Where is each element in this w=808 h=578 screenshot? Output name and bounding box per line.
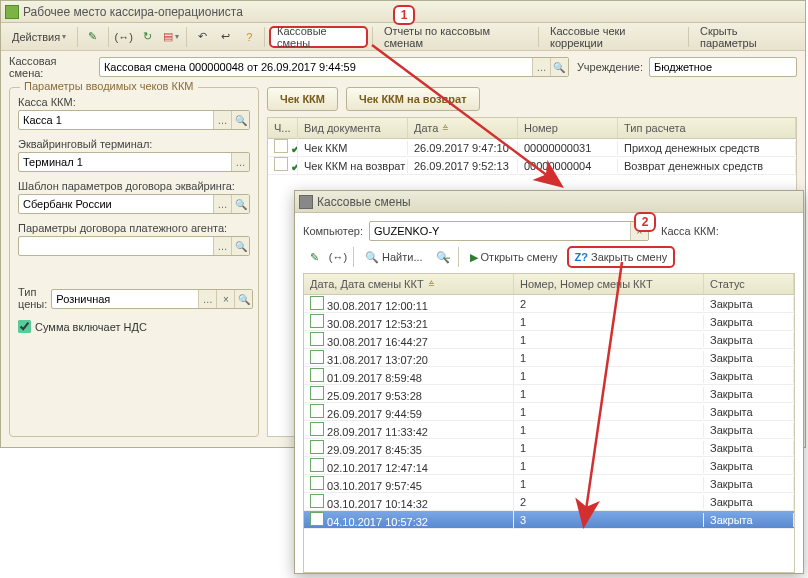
undo-icon[interactable]: ↶ (191, 26, 213, 48)
popup-title: Кассовые смены (317, 195, 411, 209)
reports-button[interactable]: Отчеты по кассовым сменам (377, 26, 534, 48)
table-row[interactable]: 26.09.2017 9:44:591Закрыта (304, 403, 794, 421)
help-icon[interactable]: ? (238, 26, 260, 48)
search-icon[interactable]: 🔍 (231, 195, 249, 213)
actions-menu[interactable]: Действия▾ (5, 26, 73, 48)
search-icon[interactable]: 🔍 (234, 290, 252, 308)
clear-filter-icon[interactable]: 🔍̶ (432, 246, 454, 268)
close-shift-button[interactable]: Z?Закрыть смену (567, 246, 676, 268)
refresh-icon[interactable]: ↻ (137, 26, 159, 48)
table-row[interactable]: 04.10.2017 10:57:323Закрыта (304, 511, 794, 529)
search-icon[interactable]: 🔍 (550, 58, 568, 76)
table-row[interactable]: ✔Чек ККМ на возврат26.09.2017 9:52:13000… (268, 157, 796, 175)
col-doc[interactable]: Вид документа (298, 118, 408, 138)
search-icon[interactable]: 🔍 (231, 237, 249, 255)
acq-terminal-label: Эквайринговый терминал: (18, 138, 250, 150)
table-row[interactable]: 02.10.2017 12:47:141Закрыта (304, 457, 794, 475)
col-shift-date[interactable]: Дата, Дата смены ККТ≙ (304, 274, 514, 294)
find-button[interactable]: 🔍Найти... (358, 246, 430, 268)
institution-label: Учреждение: (577, 61, 643, 73)
open-shift-button[interactable]: ▶Открыть смену (463, 246, 565, 268)
table-row[interactable]: 28.09.2017 11:33:421Закрыта (304, 421, 794, 439)
table-row[interactable]: 29.09.2017 8:45:351Закрыта (304, 439, 794, 457)
search-icon[interactable]: 🔍 (231, 111, 249, 129)
table-row[interactable]: 31.08.2017 13:07:201Закрыта (304, 349, 794, 367)
col-shift-num[interactable]: Номер, Номер смены ККТ (514, 274, 704, 294)
computer-label: Компьютер: (303, 225, 363, 237)
popup-titlebar: Кассовые смены (295, 191, 803, 213)
cash-shift-label: Кассовая смена: (9, 55, 93, 79)
list-icon[interactable]: ▤▾ (160, 26, 182, 48)
kassa-kkm-input[interactable] (19, 111, 213, 129)
institution-input-group (649, 57, 797, 77)
cash-shift-row: Кассовая смена: … 🔍 Учреждение: (1, 51, 805, 83)
table-row[interactable]: ✔Чек ККМ26.09.2017 9:47:1000000000031При… (268, 139, 796, 157)
table-row[interactable]: 30.08.2017 12:53:211Закрыта (304, 313, 794, 331)
acq-terminal-input[interactable] (19, 153, 231, 171)
table-row[interactable]: 03.10.2017 10:14:322Закрыта (304, 493, 794, 511)
table-row[interactable]: 01.09.2017 8:59:481Закрыта (304, 367, 794, 385)
acq-template-label: Шаблон параметров договора эквайринга: (18, 180, 250, 192)
popup-kassa-kkm-label: Касса ККМ: (661, 225, 719, 237)
computer-input[interactable] (370, 222, 630, 240)
callout-1: 1 (393, 5, 415, 25)
chek-kkm-button[interactable]: Чек ККМ (267, 87, 338, 111)
col-date[interactable]: Дата≙ (408, 118, 518, 138)
table-row[interactable]: 25.09.2017 9:53:281Закрыта (304, 385, 794, 403)
main-toolbar: Действия▾ ✎ (↔) ↻ ▤▾ ↶ ↩ ? Кассовые смен… (1, 23, 805, 51)
select-lookup-icon[interactable]: … (532, 58, 550, 76)
shifts-table: Дата, Дата смены ККТ≙ Номер, Номер смены… (303, 273, 795, 573)
cash-shift-input[interactable] (100, 58, 532, 76)
main-window-title: Рабочее место кассира-операциониста (23, 5, 243, 19)
institution-input[interactable] (650, 58, 796, 76)
price-type-label: Тип цены: (18, 286, 47, 310)
cash-shift-input-group: … 🔍 (99, 57, 569, 77)
popup-icon (299, 195, 313, 209)
price-type-input[interactable] (52, 290, 198, 308)
cash-shifts-button[interactable]: Кассовые смены (269, 26, 368, 48)
nav-back-icon[interactable]: (↔) (113, 26, 135, 48)
redo-icon[interactable]: ↩ (215, 26, 237, 48)
lookup-icon[interactable]: … (198, 290, 216, 308)
lookup-icon[interactable]: … (213, 195, 231, 213)
nav-icon[interactable]: (↔) (327, 246, 349, 268)
cash-shifts-popup: Кассовые смены Компьютер: × Касса ККМ: ✎… (294, 190, 804, 574)
table-row[interactable]: 03.10.2017 9:57:451Закрыта (304, 475, 794, 493)
vat-checkbox[interactable] (18, 320, 31, 333)
chek-kkm-return-button[interactable]: Чек ККМ на возврат (346, 87, 480, 111)
agent-params-label: Параметры договора платежного агента: (18, 222, 250, 234)
hide-params-button[interactable]: Скрыть параметры (693, 26, 801, 48)
table-row[interactable]: 30.08.2017 12:00:112Закрыта (304, 295, 794, 313)
vat-label: Сумма включает НДС (35, 321, 147, 333)
kassa-kkm-label: Касса ККМ: (18, 96, 250, 108)
edit-icon[interactable]: ✎ (82, 26, 104, 48)
app-icon (5, 5, 19, 19)
callout-2: 2 (634, 212, 656, 232)
correction-checks-button[interactable]: Кассовые чеки коррекции (543, 26, 684, 48)
clear-icon[interactable]: × (216, 290, 234, 308)
col-num[interactable]: Номер (518, 118, 618, 138)
col-mark[interactable]: Ч... (268, 118, 298, 138)
col-calc[interactable]: Тип расчета (618, 118, 796, 138)
agent-params-input[interactable] (19, 237, 213, 255)
params-fieldset: Параметры вводимых чеков ККМ Касса ККМ: … (9, 87, 259, 437)
table-row[interactable]: 30.08.2017 16:44:271Закрыта (304, 331, 794, 349)
lookup-icon[interactable]: … (213, 237, 231, 255)
lookup-icon[interactable]: … (213, 111, 231, 129)
edit-icon[interactable]: ✎ (303, 246, 325, 268)
params-legend: Параметры вводимых чеков ККМ (20, 80, 198, 92)
acq-template-input[interactable] (19, 195, 213, 213)
lookup-icon[interactable]: … (231, 153, 249, 171)
col-shift-status[interactable]: Статус (704, 274, 794, 294)
